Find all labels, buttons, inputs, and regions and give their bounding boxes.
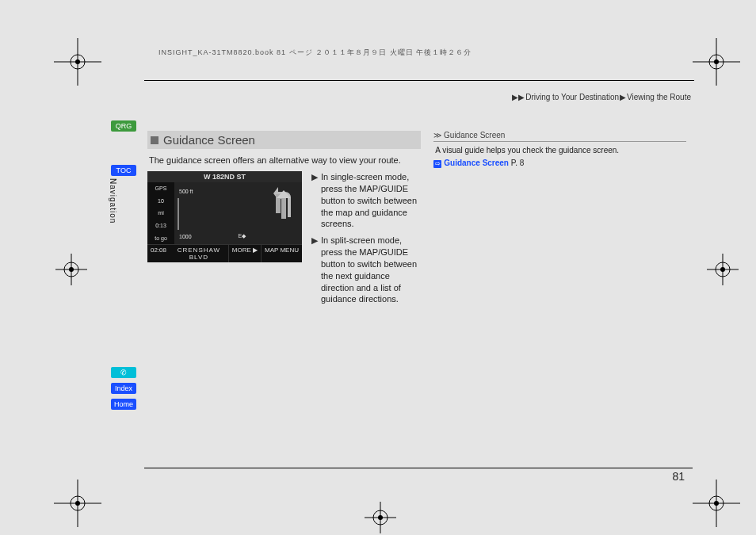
square-bullet-icon xyxy=(151,136,158,144)
voice-button[interactable]: ✆ xyxy=(111,367,136,378)
svg-point-7 xyxy=(714,59,719,64)
sidebar-body: A visual guide helps you check the guida… xyxy=(435,145,686,155)
bottom-mark-icon xyxy=(365,502,396,533)
section-tab-navigation: Navigation xyxy=(109,178,117,224)
footer-rule xyxy=(144,468,693,468)
page-number: 81 xyxy=(672,470,685,483)
device-scale-top: 500 ft xyxy=(179,189,193,194)
bullet-text: In single-screen mode, press the MAP/GUI… xyxy=(321,171,421,230)
scale-bar-icon xyxy=(178,198,179,230)
cross-reference-link[interactable]: ⇨Guidance Screen P. 8 xyxy=(433,159,686,168)
double-chevron-icon: ≫ xyxy=(433,131,439,139)
home-button[interactable]: Home xyxy=(111,399,136,410)
turn-arrow-icon xyxy=(273,187,294,219)
device-more-button: MORE ▶ xyxy=(228,245,261,262)
crop-mark-icon xyxy=(54,38,101,86)
svg-point-15 xyxy=(714,501,719,506)
section-intro: The guidance screen offers an alternativ… xyxy=(149,155,419,165)
side-mark-icon xyxy=(55,254,87,285)
breadcrumb: ▶▶Driving to Your Destination▶Viewing th… xyxy=(511,93,691,101)
breadcrumb-b: Viewing the Route xyxy=(627,93,691,101)
side-mark-icon xyxy=(707,254,739,285)
crop-mark-icon xyxy=(693,38,740,86)
xref-label: Guidance Screen xyxy=(444,159,509,167)
crop-mark-icon xyxy=(693,480,740,527)
bullet-item: ▶ In single-screen mode, press the MAP/G… xyxy=(311,171,421,230)
device-side-info: GPS 10 mi 0:13 to go xyxy=(147,182,174,244)
device-footer-street: CRENSHAW BLVD xyxy=(170,245,228,262)
device-compass: E◆ xyxy=(239,233,246,239)
sidebar-heading: ≫ Guidance Screen xyxy=(433,131,686,139)
crop-mark-icon xyxy=(54,480,101,527)
navigation-screenshot: W 182ND ST GPS 10 mi 0:13 to go 500 ft 1… xyxy=(147,171,302,260)
bullet-text: In split-screen mode, press the MAP/GUID… xyxy=(321,235,421,305)
triangle-bullet-icon: ▶ xyxy=(311,235,318,305)
svg-point-11 xyxy=(75,501,80,506)
file-stamp: INSIGHT_KA-31TM8820.book 81 ページ ２０１１年８月９… xyxy=(158,48,472,58)
qrg-button[interactable]: QRG xyxy=(111,120,136,132)
divider xyxy=(433,141,686,142)
breadcrumb-a: Driving to Your Destination xyxy=(525,93,619,101)
device-map-area: 500 ft 1000 E◆ xyxy=(174,182,302,244)
triangle-bullet-icon: ▶ xyxy=(311,171,318,230)
xref-page: P. 8 xyxy=(511,159,525,167)
sidebar-title: Guidance Screen xyxy=(444,131,505,139)
section-title: Guidance Screen xyxy=(163,133,255,147)
link-icon: ⇨ xyxy=(433,160,441,168)
device-mapmenu-button: MAP MENU xyxy=(261,245,302,262)
bullet-item: ▶ In split-screen mode, press the MAP/GU… xyxy=(311,235,421,305)
toc-button[interactable]: TOC xyxy=(111,165,136,176)
index-button[interactable]: Index xyxy=(111,383,136,394)
breadcrumb-arrow-icon: ▶▶ xyxy=(512,93,525,101)
device-clock: 02:08 xyxy=(147,245,170,262)
device-header-street: W 182ND ST xyxy=(147,171,302,182)
breadcrumb-arrow-icon: ▶ xyxy=(620,93,626,101)
device-scale-bottom: 1000 xyxy=(179,234,192,239)
section-heading: Guidance Screen xyxy=(147,131,421,149)
svg-point-3 xyxy=(75,59,80,64)
